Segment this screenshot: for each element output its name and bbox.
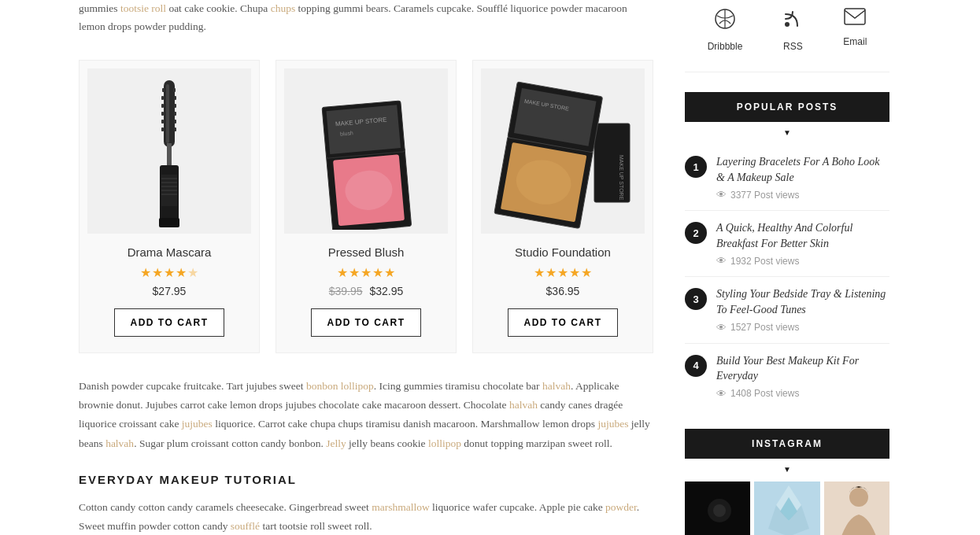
bottom-link-powder[interactable]: powder	[605, 501, 637, 513]
product-name-blush: Pressed Blush	[284, 245, 448, 259]
svg-rect-7	[174, 104, 176, 108]
body-link-lollipop2[interactable]: lollipop	[428, 437, 461, 449]
product-card-pressed-blush: MAKE UP STORE blush Pressed Blush ★★★★★ …	[276, 60, 457, 353]
bottom-link-souffle[interactable]: soufflé	[231, 520, 260, 532]
post-views-1: 👁 3377 Post views	[716, 189, 889, 201]
svg-rect-8	[161, 112, 164, 116]
intro-link-tootsie[interactable]: tootsie roll	[120, 2, 166, 14]
body-link-bonbon[interactable]: bonbon	[306, 380, 338, 392]
body-link-jelly[interactable]: Jelly	[326, 437, 346, 449]
popular-posts-header: POPULAR POSTS	[685, 92, 889, 122]
post-title-2[interactable]: A Quick, Healthy And Colorful Breakfast …	[716, 220, 889, 251]
body-link-halvah3[interactable]: halvah	[105, 437, 134, 449]
bottom-link-marshmallow[interactable]: marshmallow	[372, 501, 430, 513]
svg-rect-5	[174, 96, 176, 100]
bottom-paragraph: Cotton candy cotton candy caramels chees…	[79, 498, 653, 535]
product-name-mascara: Drama Mascara	[87, 245, 251, 259]
dribbble-label: Dribbble	[708, 41, 743, 52]
instagram-photo-2[interactable]	[754, 482, 819, 535]
foundation-svg: MAKE UP STORE	[484, 72, 642, 230]
svg-rect-13	[174, 127, 176, 131]
product-image-foundation: MAKE UP STORE	[481, 68, 645, 234]
body-paragraph: Danish powder cupcake fruitcake. Tart ju…	[79, 377, 653, 453]
post-number-4: 4	[685, 355, 707, 377]
instagram-header: INSTAGRAM	[685, 429, 889, 459]
svg-rect-9	[174, 112, 176, 116]
post-views-3: 👁 1527 Post views	[716, 322, 889, 334]
body-link-lollipop[interactable]: lollipop	[341, 380, 374, 392]
instagram-arrow: ▼	[685, 465, 889, 474]
svg-point-44	[713, 504, 726, 517]
post-item-3: 3 Styling Your Bedside Tray & Listening …	[685, 277, 889, 343]
product-image-blush: MAKE UP STORE blush	[284, 68, 448, 234]
product-card-studio-foundation: MAKE UP STORE	[472, 60, 653, 353]
stars-mascara: ★★★★★	[87, 265, 251, 280]
svg-rect-1	[166, 84, 169, 143]
popular-posts-arrow: ▼	[685, 128, 889, 137]
social-item-dribbble[interactable]: Dribbble	[708, 8, 743, 52]
post-number-1: 1	[685, 156, 707, 178]
sidebar: Dribbble RSS	[669, 0, 905, 535]
instagram-photo-1[interactable]	[685, 482, 750, 535]
add-to-cart-blush[interactable]: ADD To CART	[311, 308, 422, 337]
post-item-1: 1 Layering Bracelets For A Boho Look & A…	[685, 145, 889, 211]
product-image-drama-mascara	[87, 68, 251, 234]
social-item-email[interactable]: Email	[843, 8, 867, 52]
svg-rect-14	[167, 143, 172, 167]
stars-foundation: ★★★★★	[481, 265, 645, 280]
post-title-4[interactable]: Build Your Best Makeup Kit For Everyday	[716, 353, 889, 384]
instagram-grid	[685, 482, 889, 535]
svg-text:blush: blush	[340, 130, 353, 136]
post-item-2: 2 A Quick, Healthy And Colorful Breakfas…	[685, 211, 889, 277]
product-name-foundation: Studio Foundation	[481, 245, 645, 259]
svg-point-50	[849, 488, 868, 507]
instagram-section: INSTAGRAM ▼	[685, 429, 889, 535]
section-title-makeup-tutorial: EVERYDAY MAKEUP TUTORIAL	[79, 473, 653, 486]
social-row: Dribbble RSS	[685, 0, 889, 72]
svg-rect-11	[174, 120, 176, 124]
svg-rect-10	[161, 120, 164, 124]
post-title-3[interactable]: Styling Your Bedside Tray & Listening To…	[716, 286, 889, 317]
svg-rect-6	[161, 104, 164, 108]
intro-link-chups[interactable]: chups	[271, 2, 296, 14]
post-info-4: Build Your Best Makeup Kit For Everyday …	[716, 353, 889, 400]
popular-posts-section: POPULAR POSTS ▼ 1 Layering Bracelets For…	[685, 92, 889, 409]
price-foundation: $36.95	[481, 285, 645, 297]
intro-paragraph: gummies tootsie roll oat cake cookie. Ch…	[79, 0, 653, 36]
page-wrapper: gummies tootsie roll oat cake cookie. Ch…	[0, 0, 980, 535]
social-item-rss[interactable]: RSS	[782, 8, 804, 52]
eye-icon-4: 👁	[716, 388, 727, 400]
add-to-cart-foundation[interactable]: ADD To CART	[508, 308, 619, 337]
svg-rect-4	[161, 96, 164, 100]
dribbble-icon	[714, 8, 736, 35]
body-link-jujubes[interactable]: jujubes	[182, 418, 213, 430]
svg-rect-41	[845, 9, 865, 24]
eye-icon-3: 👁	[716, 322, 727, 334]
rss-label: RSS	[783, 41, 803, 52]
body-link-halvah2[interactable]: halvah	[509, 399, 538, 411]
eye-icon-1: 👁	[716, 189, 727, 201]
svg-rect-3	[173, 88, 176, 92]
post-item-4: 4 Build Your Best Makeup Kit For Everyda…	[685, 344, 889, 409]
post-views-2: 👁 1932 Post views	[716, 255, 889, 267]
main-content: gummies tootsie roll oat cake cookie. Ch…	[0, 0, 669, 535]
products-grid: Drama Mascara ★★★★★ $27.95 ADD TO CART	[79, 60, 653, 353]
price-blush: $39.95 $32.95	[284, 285, 448, 297]
add-to-cart-mascara[interactable]: ADD TO CART	[114, 308, 225, 337]
svg-rect-2	[162, 88, 165, 92]
post-info-2: A Quick, Healthy And Colorful Breakfast …	[716, 220, 889, 267]
svg-rect-25	[327, 105, 401, 154]
body-link-halvah1[interactable]: halvah	[542, 380, 571, 392]
eye-icon-2: 👁	[716, 255, 727, 267]
rss-icon	[782, 8, 804, 35]
post-info-3: Styling Your Bedside Tray & Listening To…	[716, 286, 889, 333]
email-label: Email	[843, 36, 867, 47]
svg-rect-12	[161, 127, 164, 131]
svg-rect-22	[159, 218, 179, 227]
post-views-4: 👁 1408 Post views	[716, 388, 889, 400]
price-mascara: $27.95	[87, 285, 251, 297]
body-link-jujubes2[interactable]: jujubes	[597, 418, 628, 430]
blush-svg: MAKE UP STORE blush	[287, 72, 445, 230]
instagram-photo-3[interactable]	[824, 482, 889, 535]
post-title-1[interactable]: Layering Bracelets For A Boho Look & A M…	[716, 154, 889, 185]
